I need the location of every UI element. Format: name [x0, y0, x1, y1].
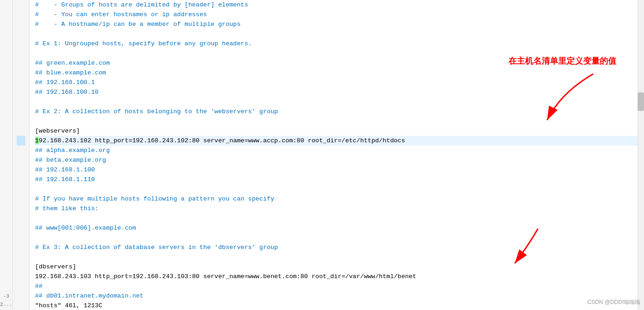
code-line-11 — [35, 97, 644, 107]
code-line-2: # - You can enter hostnames or ip addres… — [35, 10, 644, 19]
code-line-29: 192.168.243.103 http_port=192.168.243.10… — [35, 272, 644, 281]
code-line-10: ## 192.168.100.10 — [35, 87, 644, 97]
code-line-3: # - A hostname/ip can be a member of mul… — [35, 19, 644, 29]
ln-15 — [17, 136, 25, 146]
scrollbar[interactable] — [638, 0, 644, 310]
code-line-9: ## 192.168.100.1 — [35, 78, 644, 87]
left-sidebar: -3 2... — [0, 0, 13, 310]
code-line-8: ## blue.example.com — [35, 68, 644, 78]
code-line-16: ## alpha.example.org — [35, 146, 644, 155]
csdn-watermark: CSDN @DDD!嗡嗡嗡 — [587, 298, 640, 306]
editor-container: -3 2... # — [0, 0, 644, 310]
code-line-28: [dbservers] — [35, 262, 644, 272]
code-line-26: # Ex 3: A collection of database servers… — [35, 243, 644, 252]
code-line-19: ## 192.168.1.110 — [35, 175, 644, 184]
code-line-24: ## www[001:006].example.com — [35, 223, 644, 233]
code-line-31: ## db01.intranet.mydomain.net — [35, 291, 644, 301]
code-line-1: # - Groups of hosts are delimited by [he… — [35, 0, 644, 10]
code-line-5: # Ex 1: Ungrouped hosts, specify before … — [35, 39, 644, 49]
code-line-4 — [35, 29, 644, 39]
fold-marker-2: 2... — [0, 301, 12, 308]
code-line-6 — [35, 49, 644, 58]
scrollbar-thumb[interactable] — [638, 92, 644, 111]
code-line-17: ## beta.example.org — [35, 155, 644, 165]
code-line-30: ## — [35, 281, 644, 291]
code-line-15: 192.168.243.102 http_port=192.168.243.10… — [35, 136, 644, 146]
code-line-20 — [35, 184, 644, 194]
code-line-32: "hosts" 46l, 1213C — [35, 301, 644, 310]
code-line-18: ## 192.168.1.100 — [35, 165, 644, 175]
code-line-7: ## green.example.com — [35, 58, 644, 68]
code-line-22: # them like this: — [35, 204, 644, 213]
code-line-25 — [35, 233, 644, 243]
code-line-13 — [35, 116, 644, 126]
line-numbers — [13, 0, 30, 310]
code-line-27 — [35, 252, 644, 262]
fold-marker-1: -3 — [3, 293, 9, 300]
code-line-23 — [35, 213, 644, 223]
code-line-14: [webservers] — [35, 126, 644, 136]
code-line-21: # If you have multiple hosts following a… — [35, 194, 644, 204]
code-line-12: # Ex 2: A collection of hosts belonging … — [35, 107, 644, 116]
code-area[interactable]: # - Groups of hosts are delimited by [he… — [30, 0, 644, 310]
